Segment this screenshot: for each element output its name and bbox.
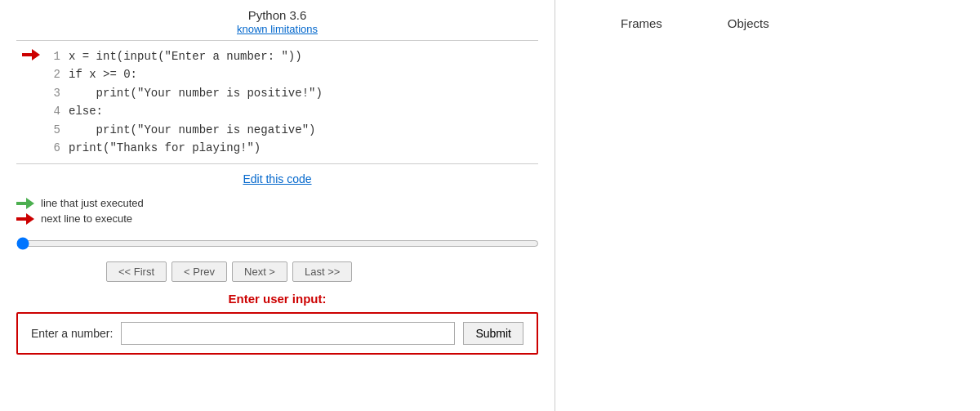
submit-button[interactable]: Submit — [463, 322, 523, 345]
right-header: Frames Objects — [572, 8, 964, 38]
legend-red-label: next line to execute — [41, 212, 132, 225]
legend-green-label: line that just executed — [41, 197, 144, 209]
code-block: 1 x = int(input("Enter a number: ")) 2 i… — [16, 40, 538, 164]
prev-button[interactable]: < Prev — [172, 261, 227, 282]
code-line-5: 5 print("Your number is negative") — [16, 121, 538, 139]
known-limitations-link[interactable]: known limitations — [237, 23, 318, 35]
next-button[interactable]: Next > — [232, 261, 287, 282]
code-text-3: print("Your number is positive!") — [69, 84, 323, 102]
linenum-3: 3 — [42, 84, 60, 102]
code-line-2: 2 if x >= 0: — [16, 65, 538, 83]
linenum-5: 5 — [42, 121, 60, 139]
step-slider[interactable] — [16, 236, 539, 251]
code-line-6: 6 print("Thanks for playing!") — [16, 139, 538, 157]
linenum-6: 6 — [42, 139, 60, 157]
legend-green-arrow-icon — [16, 199, 34, 208]
edit-this-code-link[interactable]: Edit this code — [243, 172, 311, 185]
linenum-4: 4 — [42, 102, 60, 120]
legend: line that just executed next line to exe… — [16, 197, 538, 225]
code-line-4: 4 else: — [16, 102, 538, 120]
code-line-3: 3 print("Your number is positive!") — [16, 84, 538, 102]
code-line-1: 1 x = int(input("Enter a number: ")) — [16, 47, 538, 65]
code-text-6: print("Thanks for playing!") — [69, 139, 261, 157]
right-panel: Frames Objects — [555, 0, 980, 411]
number-input[interactable] — [121, 322, 455, 345]
code-text-4: else: — [69, 102, 103, 120]
legend-red-arrow-icon — [16, 214, 34, 224]
red-arrow-line1 — [20, 47, 42, 65]
frames-label: Frames — [621, 16, 662, 30]
nav-buttons: << First < Prev Next > Last >> — [106, 261, 538, 282]
left-panel: Python 3.6 known limitations 1 x = int(i… — [0, 0, 555, 411]
last-button[interactable]: Last >> — [292, 261, 352, 282]
user-input-label: Enter user input: — [16, 292, 538, 306]
legend-green-item: line that just executed — [16, 197, 538, 209]
objects-label: Objects — [728, 16, 769, 30]
code-text-1: x = int(input("Enter a number: ")) — [69, 47, 302, 65]
code-header: Python 3.6 known limitations — [16, 8, 538, 35]
code-text-2: if x >= 0: — [69, 65, 137, 83]
legend-red-item: next line to execute — [16, 212, 538, 225]
python-version-title: Python 3.6 — [16, 8, 538, 22]
slider-container — [16, 236, 538, 253]
input-area: Enter a number: Submit — [16, 312, 538, 355]
edit-link-container: Edit this code — [16, 172, 538, 185]
linenum-1: 1 — [42, 47, 60, 65]
first-button[interactable]: << First — [106, 261, 167, 282]
linenum-2: 2 — [42, 65, 60, 83]
code-text-5: print("Your number is negative") — [69, 121, 315, 139]
enter-number-label: Enter a number: — [31, 327, 113, 340]
